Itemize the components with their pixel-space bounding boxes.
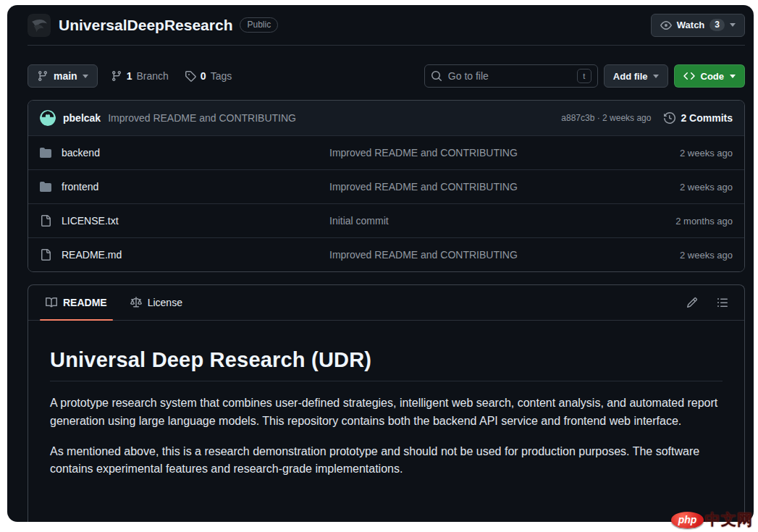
folder-icon	[40, 147, 51, 159]
file-link: frontend	[40, 181, 329, 193]
readme-heading: Universal Deep Research (UDR)	[50, 348, 723, 381]
file-link: backend	[40, 147, 329, 159]
chevron-down-icon	[730, 75, 736, 78]
watch-label: Watch	[677, 20, 705, 30]
tag-count: 0	[201, 70, 206, 82]
code-button[interactable]: Code	[674, 64, 746, 88]
file-icon	[40, 215, 51, 227]
readme-tab-bar: README License	[28, 285, 744, 321]
tag-icon	[185, 70, 196, 82]
commit-sha-time[interactable]: a887c3b · 2 weeks ago	[561, 113, 651, 123]
readme-card: README License Universal Deep Research (…	[28, 284, 745, 522]
add-file-label: Add file	[613, 71, 648, 82]
search-input[interactable]	[448, 70, 571, 82]
table-row[interactable]: LICENSE.txt Initial commit 2 months ago	[28, 203, 744, 237]
file-commit-time: 2 months ago	[624, 216, 733, 227]
repo-avatar[interactable]	[28, 14, 51, 37]
repo-page: UniversalDeepResearch Public Watch 3 mai…	[7, 5, 754, 522]
repo-title[interactable]: UniversalDeepResearch	[59, 17, 232, 34]
file-name[interactable]: README.md	[62, 249, 122, 261]
table-row[interactable]: README.md Improved README and CONTRIBUTI…	[28, 237, 744, 271]
commit-message[interactable]: Improved README and CONTRIBUTING	[108, 112, 296, 124]
file-commit-time: 2 weeks ago	[624, 182, 733, 193]
eye-icon	[660, 20, 672, 31]
tag-count-label: Tags	[211, 70, 232, 82]
file-commit-time: 2 weeks ago	[624, 148, 733, 159]
tab-license[interactable]: License	[119, 285, 194, 320]
watch-button[interactable]: Watch 3	[651, 14, 745, 37]
file-name[interactable]: LICENSE.txt	[62, 215, 119, 227]
commit-author[interactable]: pbelcak	[63, 112, 101, 124]
law-scales-icon	[130, 297, 142, 308]
commit-history-link[interactable]: 2 Commits	[664, 112, 733, 124]
avatar[interactable]	[40, 110, 56, 126]
file-commit-message[interactable]: Initial commit	[329, 215, 624, 227]
branches-link[interactable]: 1 Branch	[111, 70, 169, 82]
tab-readme-label: README	[63, 297, 107, 308]
visibility-badge: Public	[240, 17, 278, 33]
file-link: README.md	[40, 249, 329, 261]
repo-header: UniversalDeepResearch Public Watch 3	[28, 5, 745, 46]
add-file-button[interactable]: Add file	[604, 64, 668, 88]
watermark-logo: php	[671, 512, 704, 528]
shortcut-key-badge: t	[577, 69, 591, 83]
pencil-icon[interactable]	[686, 297, 698, 308]
branch-count-label: Branch	[136, 70, 168, 82]
readme-content: Universal Deep Research (UDR) A prototyp…	[28, 321, 744, 512]
tab-license-label: License	[148, 297, 182, 308]
file-name[interactable]: backend	[62, 147, 100, 159]
file-commit-message[interactable]: Improved README and CONTRIBUTING	[329, 249, 624, 261]
folder-icon	[40, 181, 51, 193]
go-to-file-search[interactable]: t	[424, 64, 598, 88]
repo-toolbar: main 1 Branch 0 Tags	[28, 64, 745, 88]
branch-count: 1	[127, 70, 132, 82]
code-icon	[683, 70, 695, 82]
readme-paragraph: A prototype research system that combine…	[50, 394, 723, 431]
watermark-text: 中文网	[705, 510, 753, 530]
git-branch-icon	[37, 70, 49, 82]
book-icon	[46, 297, 57, 308]
latest-commit-bar: pbelcak Improved README and CONTRIBUTING…	[28, 101, 744, 135]
file-icon	[40, 249, 51, 261]
file-browser-card: pbelcak Improved README and CONTRIBUTING…	[28, 100, 745, 272]
code-button-label: Code	[701, 71, 725, 82]
chevron-down-icon	[83, 75, 88, 78]
chevron-down-icon	[730, 23, 736, 27]
watch-count: 3	[709, 19, 725, 31]
file-commit-time: 2 weeks ago	[624, 250, 733, 261]
branch-name: main	[54, 70, 77, 82]
chevron-down-icon	[653, 75, 659, 78]
readme-paragraph: As mentioned above, this is a research d…	[50, 443, 723, 479]
tags-link[interactable]: 0 Tags	[185, 70, 232, 82]
table-row[interactable]: backend Improved README and CONTRIBUTING…	[28, 135, 744, 169]
commits-count-label: 2 Commits	[681, 112, 733, 124]
branch-selector[interactable]: main	[28, 64, 98, 88]
git-branch-icon	[111, 70, 122, 82]
org-logo-icon	[28, 14, 51, 37]
outline-list-icon[interactable]	[717, 297, 728, 308]
tab-readme[interactable]: README	[34, 285, 119, 320]
file-name[interactable]: frontend	[62, 181, 98, 193]
watermark: php 中文网	[671, 510, 753, 530]
file-commit-message[interactable]: Improved README and CONTRIBUTING	[329, 147, 624, 159]
table-row[interactable]: frontend Improved README and CONTRIBUTIN…	[28, 169, 744, 203]
file-link: LICENSE.txt	[40, 215, 329, 227]
history-icon	[664, 112, 675, 124]
file-commit-message[interactable]: Improved README and CONTRIBUTING	[329, 181, 624, 193]
search-icon	[431, 70, 442, 82]
